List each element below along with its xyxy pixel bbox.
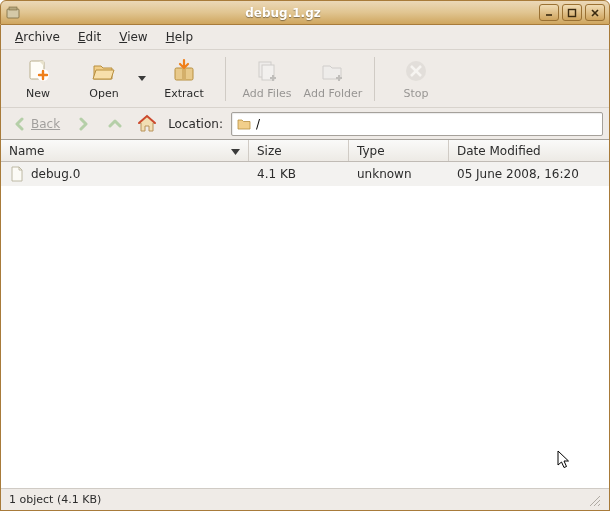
- menubar: Archive Edit View Help: [1, 25, 609, 50]
- open-icon: [90, 57, 118, 85]
- location-input-wrap[interactable]: [231, 112, 603, 136]
- svg-marker-9: [138, 76, 146, 81]
- col-header-size[interactable]: Size: [249, 140, 349, 161]
- menu-archive[interactable]: Archive: [7, 28, 68, 46]
- location-input[interactable]: [256, 117, 598, 131]
- back-icon: [11, 115, 29, 133]
- menu-view-rest: iew: [127, 30, 148, 44]
- titlebar: debug.1.gz: [0, 0, 610, 25]
- home-icon: [136, 113, 158, 135]
- new-icon: [24, 57, 52, 85]
- svg-rect-1: [9, 7, 17, 10]
- close-button[interactable]: [585, 4, 605, 21]
- forward-button: [70, 111, 96, 137]
- add-files-button: Add Files: [236, 53, 298, 105]
- file-row[interactable]: debug.0 4.1 KB unknown 05 June 2008, 16:…: [1, 162, 609, 186]
- window-frame: Archive Edit View Help New Open: [0, 25, 610, 511]
- menu-help-rest: elp: [175, 30, 193, 44]
- forward-icon: [74, 115, 92, 133]
- file-icon: [9, 166, 25, 182]
- add-files-label: Add Files: [243, 87, 292, 100]
- extract-button[interactable]: Extract: [153, 53, 215, 105]
- col-name-label: Name: [9, 144, 44, 158]
- file-list[interactable]: debug.0 4.1 KB unknown 05 June 2008, 16:…: [1, 162, 609, 488]
- col-size-label: Size: [257, 144, 282, 158]
- open-label: Open: [89, 87, 118, 100]
- minimize-button[interactable]: [539, 4, 559, 21]
- stop-icon: [402, 57, 430, 85]
- up-icon: [106, 115, 124, 133]
- extract-icon: [170, 57, 198, 85]
- svg-line-20: [598, 504, 600, 506]
- location-bar: Back Location:: [1, 108, 609, 140]
- folder-icon: [236, 116, 252, 132]
- add-files-icon: [253, 57, 281, 85]
- menu-archive-rest: rchive: [23, 30, 60, 44]
- stop-label: Stop: [403, 87, 428, 100]
- back-label: Back: [31, 117, 60, 131]
- add-folder-label: Add Folder: [304, 87, 363, 100]
- open-button[interactable]: Open: [73, 53, 135, 105]
- svg-marker-17: [231, 149, 240, 155]
- extract-label: Extract: [164, 87, 203, 100]
- svg-rect-3: [569, 9, 576, 16]
- stop-button: Stop: [385, 53, 447, 105]
- cursor-icon: [557, 450, 573, 470]
- toolbar-separator: [225, 57, 226, 101]
- menu-help[interactable]: Help: [158, 28, 201, 46]
- col-date-label: Date Modified: [457, 144, 541, 158]
- col-type-label: Type: [357, 144, 385, 158]
- add-folder-button: Add Folder: [302, 53, 364, 105]
- menu-edit[interactable]: Edit: [70, 28, 109, 46]
- maximize-button[interactable]: [562, 4, 582, 21]
- new-button[interactable]: New: [7, 53, 69, 105]
- toolbar-separator-2: [374, 57, 375, 101]
- open-dropdown[interactable]: [135, 53, 149, 105]
- column-headers: Name Size Type Date Modified: [1, 140, 609, 162]
- col-header-name[interactable]: Name: [1, 140, 249, 161]
- col-header-date[interactable]: Date Modified: [449, 140, 609, 161]
- file-name: debug.0: [31, 167, 80, 181]
- file-size: 4.1 KB: [249, 167, 349, 181]
- status-bar: 1 object (4.1 KB): [1, 488, 609, 510]
- menu-view[interactable]: View: [111, 28, 155, 46]
- home-button[interactable]: [134, 111, 160, 137]
- up-button: [102, 111, 128, 137]
- new-label: New: [26, 87, 50, 100]
- file-date: 05 June 2008, 16:20: [449, 167, 609, 181]
- sort-arrow-icon: [231, 144, 240, 158]
- location-label: Location:: [168, 117, 223, 131]
- svg-rect-11: [182, 68, 186, 80]
- window-controls: [539, 4, 605, 21]
- file-type: unknown: [349, 167, 449, 181]
- status-text: 1 object (4.1 KB): [9, 493, 101, 506]
- open-button-wrap: Open: [73, 53, 149, 105]
- window-title: debug.1.gz: [27, 6, 539, 20]
- resize-grip-icon[interactable]: [587, 493, 601, 507]
- app-icon: [5, 5, 21, 21]
- col-header-type[interactable]: Type: [349, 140, 449, 161]
- back-button: Back: [7, 113, 64, 135]
- toolbar: New Open Extract Add Files: [1, 50, 609, 108]
- svg-rect-0: [7, 9, 19, 18]
- add-folder-icon: [319, 57, 347, 85]
- menu-edit-rest: dit: [86, 30, 102, 44]
